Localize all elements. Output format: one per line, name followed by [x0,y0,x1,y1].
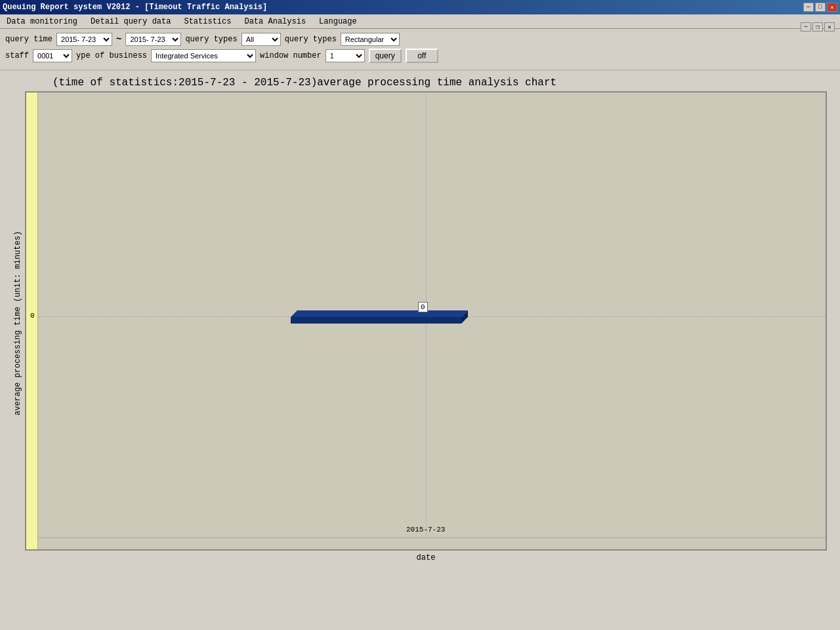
business-select[interactable]: Integrated Services [151,49,256,62]
menu-detail-query[interactable]: Detail query data [87,16,175,28]
bar-chart-svg [38,93,826,537]
chart-wrapper: average processing time (unit: minutes) … [13,91,827,562]
chart-type-select[interactable]: Rectangular [341,33,400,46]
inner-close-button[interactable]: ✕ [824,22,835,32]
tilde-separator: ~ [116,34,121,45]
query-row-2: staff 0001 ype of business Integrated Se… [5,49,835,63]
query-panel: query time 2015- 7-23 ~ 2015- 7-23 query… [0,29,840,70]
query-row-1: query time 2015- 7-23 ~ 2015- 7-23 query… [5,33,835,46]
title-bar: Queuing Report system V2012 - [Timeout T… [0,0,840,14]
inner-window-controls: ─ ❐ ✕ [801,22,835,32]
zero-label: 0 [30,312,35,320]
left-wall [26,93,38,549]
window-label: window number [260,51,322,60]
svg-marker-1 [291,310,468,317]
staff-label: staff [5,51,29,60]
window-select[interactable]: 1 [326,49,365,62]
query-types-label-2: query types [285,35,337,44]
menu-data-analysis[interactable]: Data Analysis [240,16,310,28]
data-label: 0 [418,302,428,312]
date-to-select[interactable]: 2015- 7-23 [125,33,181,46]
menu-data-monitoring[interactable]: Data monitoring [3,16,81,28]
date-from-select[interactable]: 2015- 7-23 [56,33,112,46]
close-button[interactable]: ✕ [827,3,837,12]
query-types-select-1[interactable]: All [242,33,281,46]
query-time-label: query time [5,35,52,44]
inner-restore-button[interactable]: ❐ [812,22,823,32]
chart-title: (time of statistics:2015-7-23 - 2015-7-2… [52,77,827,89]
menu-language[interactable]: Language [315,16,361,28]
svg-marker-0 [291,317,461,324]
query-types-label-1: query types [185,35,237,44]
bottom-bar [38,537,826,549]
menu-statistics[interactable]: Statistics [180,16,235,28]
title-bar-controls: ─ □ ✕ [803,3,837,12]
inner-minimize-button[interactable]: ─ [801,22,811,32]
chart-area: 0 0 2015-7-23 [25,91,827,562]
title-text: Queuing Report system V2012 - [Timeout T… [3,3,267,12]
maximize-button[interactable]: □ [815,3,826,12]
minimize-button[interactable]: ─ [803,3,814,12]
off-button[interactable]: off [406,49,438,63]
query-button[interactable]: query [369,49,402,63]
x-axis-label: date [25,553,827,562]
y-axis-label: average processing time (unit: minutes) [13,91,22,562]
business-label: ype of business [76,51,147,60]
chart-3d: 0 0 2015-7-23 [25,91,827,551]
x-date-label: 2015-7-23 [406,526,445,534]
chart-container: (time of statistics:2015-7-23 - 2015-7-2… [13,77,827,576]
menu-bar: Data monitoring Detail query data Statis… [0,14,840,29]
staff-select[interactable]: 0001 [33,49,72,62]
